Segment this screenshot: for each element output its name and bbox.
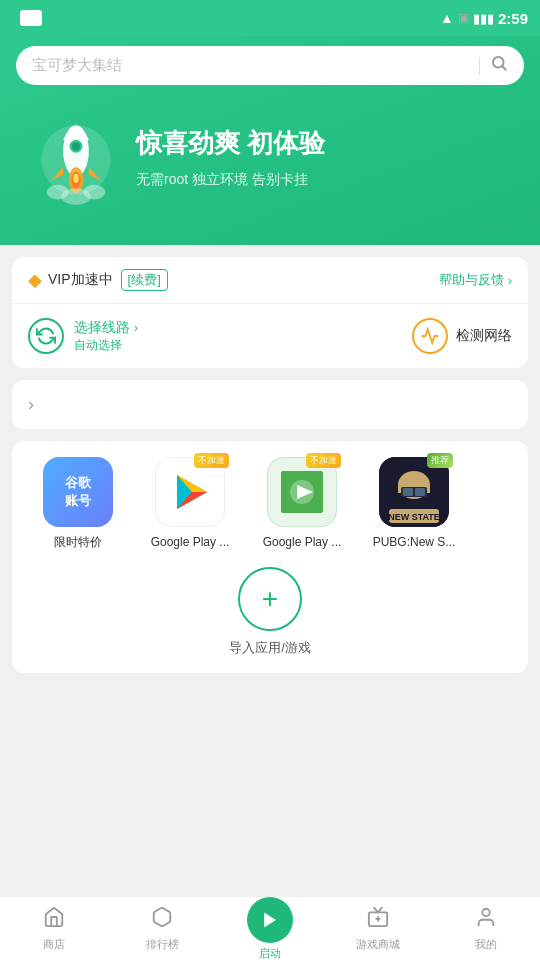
apps-card: 谷歌 账号 限时特价 — [12, 441, 528, 673]
expand-arrow-icon: › — [28, 394, 34, 415]
search-placeholder: 宝可梦大集结 — [32, 56, 469, 75]
svg-point-11 — [83, 185, 105, 200]
import-section[interactable]: + 导入应用/游戏 — [28, 567, 512, 657]
app-item-gplay1[interactable]: 不加速 Google Play ... — [140, 457, 240, 551]
wifi-icon: ▲ — [440, 10, 454, 26]
nav-item-profile[interactable]: 我的 — [432, 906, 540, 952]
main-content: ◆ VIP加速中 [续费] 帮助与反馈 › — [0, 245, 540, 685]
detect-network-icon — [412, 318, 448, 354]
vip-network-card: ◆ VIP加速中 [续费] 帮助与反馈 › — [12, 257, 528, 368]
search-icon[interactable] — [490, 54, 508, 77]
svg-point-31 — [482, 908, 489, 915]
banner-content: 惊喜劲爽 初体验 无需root 独立环境 告别卡挂 — [16, 95, 524, 245]
vip-help-link[interactable]: 帮助与反馈 › — [439, 271, 512, 289]
route-chevron-icon: › — [134, 321, 138, 335]
profile-icon — [475, 906, 497, 934]
nav-item-store[interactable]: 商店 — [0, 906, 108, 952]
svg-point-5 — [72, 142, 80, 150]
game-store-label: 游戏商城 — [356, 937, 400, 952]
banner-title: 惊喜劲爽 初体验 — [136, 128, 524, 159]
time-display: 2:59 — [498, 10, 528, 27]
import-add-icon[interactable]: + — [238, 567, 302, 631]
network-row: 选择线路 › 自动选择 检测网络 — [12, 304, 528, 368]
launch-label: 启动 — [259, 946, 281, 961]
svg-text:NEW STATE: NEW STATE — [388, 512, 440, 522]
game-store-icon — [367, 906, 389, 934]
app-icon-wrap-gplay1: 不加速 — [155, 457, 225, 527]
header-banner: 宝可梦大集结 — [0, 36, 540, 245]
app-item-pubg[interactable]: NEW STATE 推荐 PUBG:New S... — [364, 457, 464, 551]
banner-text: 惊喜劲爽 初体验 无需root 独立环境 告别卡挂 — [136, 128, 524, 192]
route-sync-icon — [28, 318, 64, 354]
vip-row: ◆ VIP加速中 [续费] 帮助与反馈 › — [12, 257, 528, 304]
gplay2-badge: 不加速 — [306, 453, 341, 468]
app-name-pubg: PUBG:New S... — [373, 535, 456, 551]
ranking-label: 排行榜 — [146, 937, 179, 952]
pubg-badge: 推荐 — [427, 453, 453, 468]
svg-rect-24 — [415, 488, 425, 496]
nav-item-game-store[interactable]: 游戏商城 — [324, 906, 432, 952]
bottom-navigation: 商店 排行榜 启动 游戏商城 — [0, 896, 540, 960]
search-bar[interactable]: 宝可梦大集结 — [16, 46, 524, 85]
ranking-icon — [151, 906, 173, 934]
battery-icon: ▮▮▮ — [473, 11, 494, 26]
banner-subtitle: 无需root 独立环境 告别卡挂 — [136, 167, 524, 192]
status-icons: ▲ ▣ ▮▮▮ 2:59 — [440, 10, 528, 27]
apps-grid-row: 谷歌 账号 限时特价 — [28, 457, 512, 551]
app-item-google-account[interactable]: 谷歌 账号 限时特价 — [28, 457, 128, 551]
nav-item-ranking[interactable]: 排行榜 — [108, 906, 216, 952]
svg-line-1 — [502, 66, 505, 69]
app-name-gplay2: Google Play ... — [263, 535, 342, 551]
app-name-google-account: 限时特价 — [54, 535, 102, 551]
rocket-illustration — [16, 105, 136, 215]
collapse-card[interactable]: › — [12, 380, 528, 429]
route-text: 选择线路 › 自动选择 — [74, 319, 138, 354]
svg-point-8 — [73, 174, 79, 183]
chevron-right-icon: › — [508, 273, 512, 288]
signal-icon: ▣ — [458, 11, 469, 25]
import-label: 导入应用/游戏 — [229, 639, 311, 657]
route-label: 选择线路 › — [74, 319, 138, 337]
app-item-gplay2[interactable]: 不加速 Google Play ... — [252, 457, 352, 551]
status-bar: ▲ ▣ ▮▮▮ 2:59 — [0, 0, 540, 36]
launch-play-button[interactable] — [247, 897, 293, 943]
app-icon-wrap-pubg: NEW STATE 推荐 — [379, 457, 449, 527]
store-label: 商店 — [43, 937, 65, 952]
detect-section[interactable]: 检测网络 — [412, 318, 512, 354]
store-icon — [43, 906, 65, 934]
search-divider — [479, 57, 480, 75]
white-square-icon — [20, 10, 42, 26]
app-icon-wrap-gplay2: 不加速 — [267, 457, 337, 527]
detect-label: 检测网络 — [456, 327, 512, 345]
vip-label: VIP加速中 — [48, 271, 113, 289]
nav-item-launch[interactable]: 启动 — [216, 897, 324, 961]
route-section[interactable]: 选择线路 › 自动选择 — [28, 318, 412, 354]
vip-renew-button[interactable]: [续费] — [121, 269, 168, 291]
svg-marker-27 — [264, 912, 276, 927]
vip-diamond-icon: ◆ — [28, 269, 42, 291]
route-sub-label: 自动选择 — [74, 337, 138, 354]
google-account-icon: 谷歌 账号 — [43, 457, 113, 527]
gplay1-badge: 不加速 — [194, 453, 229, 468]
svg-rect-23 — [403, 488, 413, 496]
app-name-gplay1: Google Play ... — [151, 535, 230, 551]
profile-label: 我的 — [475, 937, 497, 952]
app-icon-wrap-google-account: 谷歌 账号 — [43, 457, 113, 527]
